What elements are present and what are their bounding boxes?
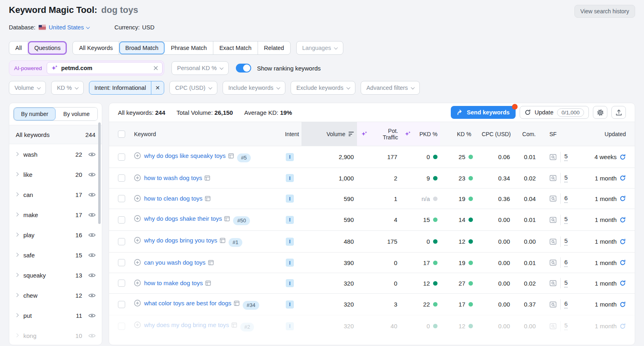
refresh-icon[interactable]	[619, 323, 626, 329]
eye-icon[interactable]	[88, 332, 96, 340]
sf-count[interactable]: 5	[564, 322, 568, 330]
chevron-right-icon[interactable]	[15, 192, 19, 196]
serp-features-icon[interactable]	[204, 175, 210, 181]
cpc-filter[interactable]: CPC (USD)	[169, 81, 217, 95]
kd-filter[interactable]: KD %	[51, 81, 84, 95]
refresh-icon[interactable]	[619, 175, 626, 181]
serp-features-icon[interactable]	[208, 260, 214, 265]
keyword-group-item[interactable]: make 17	[9, 205, 102, 225]
intent-filter-active[interactable]: Intent: Informational ✕	[89, 81, 164, 95]
serp-preview-icon[interactable]	[549, 195, 557, 202]
tab-all-keywords[interactable]: All Keywords	[73, 41, 119, 54]
column-pkd[interactable]: PKD %	[400, 122, 440, 146]
by-number-button[interactable]: By number	[14, 108, 56, 120]
chevron-right-icon[interactable]	[15, 273, 19, 277]
serp-preview-icon[interactable]	[549, 174, 557, 182]
keyword-link[interactable]: what color toys are best for dogs	[144, 300, 231, 307]
personal-kd-dropdown[interactable]: Personal KD %	[171, 61, 229, 75]
view-search-history-button[interactable]: View search history	[574, 5, 635, 18]
keyword-group-item[interactable]: safe 15	[9, 245, 102, 265]
tab-questions[interactable]: Questions	[28, 41, 66, 54]
serp-features-icon[interactable]	[234, 300, 239, 306]
keyword-group-item[interactable]: squeaky 13	[9, 265, 102, 285]
tab-phrase-match[interactable]: Phrase Match	[165, 41, 213, 54]
serp-features-icon[interactable]	[220, 238, 225, 243]
serp-preview-icon[interactable]	[549, 323, 557, 330]
add-keyword-icon[interactable]	[134, 300, 141, 307]
chevron-right-icon[interactable]	[15, 253, 19, 257]
serp-features-icon[interactable]	[205, 280, 211, 286]
serp-features-icon[interactable]	[205, 196, 211, 201]
chevron-right-icon[interactable]	[15, 333, 19, 337]
sf-count[interactable]: 5	[564, 279, 568, 288]
serp-preview-icon[interactable]	[549, 301, 557, 308]
column-kd[interactable]: KD %	[440, 122, 473, 146]
serp-preview-icon[interactable]	[549, 153, 557, 161]
chevron-right-icon[interactable]	[15, 212, 19, 216]
exclude-keywords-filter[interactable]: Exclude keywords	[291, 81, 355, 95]
refresh-icon[interactable]	[619, 238, 626, 245]
settings-button[interactable]	[593, 106, 607, 119]
keyword-group-item[interactable]: can 17	[9, 184, 102, 205]
eye-icon[interactable]	[88, 171, 96, 178]
chevron-right-icon[interactable]	[15, 313, 19, 317]
serp-preview-icon[interactable]	[549, 216, 557, 224]
export-button[interactable]	[611, 106, 626, 119]
add-keyword-icon[interactable]	[134, 174, 141, 181]
add-keyword-icon[interactable]	[134, 280, 141, 286]
column-cpc[interactable]: CPC (USD)	[473, 122, 513, 146]
keyword-group-item[interactable]: chew 12	[9, 285, 102, 305]
sf-count[interactable]: 5	[564, 174, 568, 182]
add-keyword-icon[interactable]	[134, 195, 141, 202]
add-keyword-icon[interactable]	[134, 237, 141, 244]
keyword-group-item[interactable]: like 20	[9, 164, 102, 184]
column-pot-traffic[interactable]: Pot. Traffic	[357, 122, 400, 146]
refresh-icon[interactable]	[619, 280, 626, 286]
column-intent[interactable]: Intent	[278, 122, 301, 146]
select-all-checkbox[interactable]	[118, 131, 125, 138]
eye-icon[interactable]	[88, 191, 96, 199]
advanced-filters[interactable]: Advanced filters	[361, 81, 420, 95]
sf-count[interactable]: 6	[564, 259, 568, 267]
sf-count[interactable]: 5	[564, 215, 568, 224]
sidebar-scrollbar[interactable]	[98, 122, 101, 224]
column-volume[interactable]: Volume	[301, 122, 357, 146]
chevron-right-icon[interactable]	[15, 172, 19, 176]
column-sf[interactable]: SF	[538, 122, 575, 146]
row-checkbox[interactable]	[118, 216, 125, 224]
eye-icon[interactable]	[88, 151, 96, 158]
keyword-link[interactable]: why does my dog bring me toys	[144, 321, 229, 328]
serp-preview-icon[interactable]	[549, 280, 557, 287]
row-checkbox[interactable]	[118, 259, 125, 266]
eye-icon[interactable]	[88, 312, 96, 319]
chevron-right-icon[interactable]	[15, 232, 19, 236]
row-checkbox[interactable]	[118, 323, 125, 330]
chevron-right-icon[interactable]	[15, 152, 19, 156]
row-checkbox[interactable]	[118, 195, 125, 202]
domain-input-box[interactable]	[47, 62, 163, 74]
add-keyword-icon[interactable]	[134, 321, 141, 328]
domain-input[interactable]	[61, 65, 150, 71]
by-volume-button[interactable]: By volume	[56, 108, 97, 120]
sf-count[interactable]: 5	[564, 153, 568, 161]
column-keyword[interactable]: Keyword	[134, 122, 278, 146]
keyword-link[interactable]: how to wash dog toys	[144, 174, 202, 181]
row-checkbox[interactable]	[118, 238, 125, 245]
sf-count[interactable]: 6	[564, 195, 568, 203]
update-button[interactable]: Update 0/1,000	[520, 106, 589, 119]
tab-broad-match[interactable]: Broad Match	[119, 41, 165, 54]
keyword-group-item[interactable]: put 11	[9, 305, 102, 325]
serp-features-icon[interactable]	[228, 153, 234, 159]
add-keyword-icon[interactable]	[134, 259, 141, 266]
keyword-link[interactable]: how to clean dog toys	[144, 195, 202, 202]
eye-icon[interactable]	[88, 292, 96, 299]
refresh-icon[interactable]	[619, 195, 626, 202]
volume-filter[interactable]: Volume	[9, 81, 46, 95]
tab-exact-match[interactable]: Exact Match	[213, 41, 258, 54]
keyword-group-item[interactable]: play 16	[9, 225, 102, 245]
database-selector[interactable]: United States	[49, 24, 89, 31]
keyword-group-item[interactable]: kong 10	[9, 325, 102, 345]
clear-input-icon[interactable]	[153, 66, 158, 70]
keyword-group-item[interactable]: wash 22	[9, 144, 102, 164]
serp-preview-icon[interactable]	[549, 238, 557, 245]
